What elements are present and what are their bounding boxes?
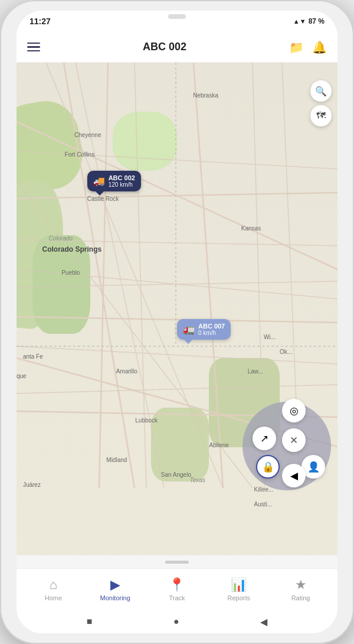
marker-abc002[interactable]: 🚚 ABC 002 120 km/h (87, 171, 141, 191)
phone-screen: 11:27 ▲▼ 87 % ABC 002 📁 🔔 (17, 11, 337, 633)
drag-handle (165, 561, 189, 564)
nav-item-monitoring[interactable]: ▶ Monitoring (97, 577, 133, 601)
svg-line-2 (17, 317, 337, 323)
nav-item-home[interactable]: ⌂ Home (35, 577, 71, 601)
marker-abc002-id: ABC 002 (109, 174, 135, 181)
svg-line-15 (17, 346, 337, 364)
svg-line-14 (17, 151, 337, 169)
status-icons: ▲▼ 87 % (293, 17, 324, 25)
marker-abc007[interactable]: 🚛 ABC 007 0 km/h (177, 319, 231, 340)
bottom-navigation: ⌂ Home ▶ Monitoring 📍 Track 📊 Reports ★ … (17, 568, 337, 610)
nav-label-rating: Rating (291, 594, 310, 601)
svg-line-10 (135, 63, 146, 488)
android-home-button[interactable]: ● (173, 616, 179, 627)
status-bar: 11:27 ▲▼ 87 % (17, 11, 337, 32)
android-nav-bar: ■ ● ◀ (17, 610, 337, 633)
nav-item-track[interactable]: 📍 Track (159, 577, 195, 601)
rating-icon: ★ (295, 577, 307, 593)
svg-line-19 (17, 269, 337, 299)
nav-item-rating[interactable]: ★ Rating (283, 577, 319, 601)
layers-button[interactable]: 🗺 (310, 105, 332, 126)
svg-line-0 (99, 63, 108, 488)
radial-navigate-button[interactable]: ◀ (282, 464, 306, 487)
monitoring-icon: ▶ (110, 577, 120, 593)
nav-label-track: Track (169, 594, 185, 601)
nav-item-reports[interactable]: 📊 Reports (221, 577, 257, 601)
nav-label-home: Home (45, 594, 62, 601)
truck-icon-abc007: 🚛 (183, 324, 195, 335)
radial-menu: ✕ ◎ ↗ 🔒 👤 ◀ (240, 396, 334, 490)
svg-line-5 (194, 63, 223, 488)
marker-abc002-speed: 120 km/h (109, 181, 135, 188)
notch (168, 14, 186, 19)
android-back-button[interactable]: ◀ (260, 616, 267, 627)
phone-frame: 11:27 ▲▼ 87 % ABC 002 📁 🔔 (0, 0, 354, 644)
home-icon: ⌂ (50, 577, 57, 593)
notification-bell-icon[interactable]: 🔔 (312, 40, 327, 54)
android-recents-button[interactable]: ■ (87, 616, 93, 627)
svg-line-17 (46, 63, 223, 488)
radial-close-button[interactable]: ✕ (282, 428, 306, 452)
battery-icon: 87 % (309, 17, 324, 25)
bottom-sheet-handle (17, 555, 337, 568)
truck-icon-abc002: 🚚 (93, 175, 105, 187)
page-title: ABC 002 (143, 41, 186, 53)
hamburger-menu[interactable] (27, 43, 40, 52)
top-bar: ABC 002 📁 🔔 (17, 32, 337, 63)
marker-abc007-id: ABC 007 (198, 323, 225, 330)
folder-icon[interactable]: 📁 (289, 40, 304, 54)
nav-label-monitoring: Monitoring (100, 594, 130, 601)
signal-icon: ▲▼ (293, 18, 306, 25)
map-container[interactable]: Nebraska Cheyenne Fort Collins Colorado … (17, 63, 337, 555)
radial-share-button[interactable]: ↗ (253, 427, 276, 450)
map-controls: 🔍 🗺 (310, 80, 332, 126)
search-map-button[interactable]: 🔍 (310, 80, 332, 102)
svg-line-4 (64, 63, 135, 488)
radial-lock-button[interactable]: 🔒 (256, 455, 280, 479)
reports-icon: 📊 (231, 577, 247, 593)
status-time: 11:27 (30, 17, 51, 26)
nav-label-reports: Reports (228, 594, 251, 601)
track-icon: 📍 (169, 577, 185, 593)
radial-target-button[interactable]: ◎ (282, 399, 306, 422)
top-bar-icons: 📁 🔔 (289, 40, 327, 54)
marker-abc007-speed: 0 km/h (198, 330, 225, 336)
